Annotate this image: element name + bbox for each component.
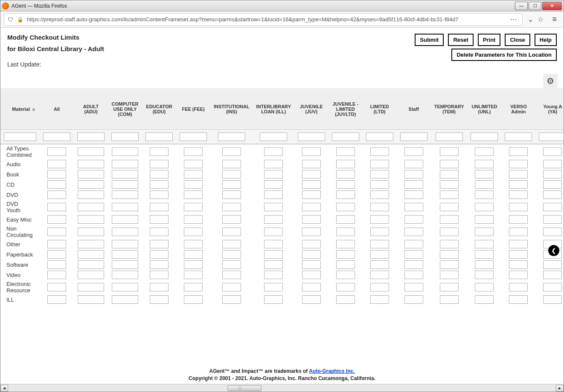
- limit-input[interactable]: [509, 203, 528, 211]
- limit-input[interactable]: [509, 160, 528, 168]
- filter-input[interactable]: [298, 133, 325, 141]
- limit-input[interactable]: [302, 271, 321, 279]
- filter-input[interactable]: [366, 133, 393, 141]
- limit-input[interactable]: [475, 250, 494, 259]
- limit-input[interactable]: [150, 240, 169, 248]
- limit-input[interactable]: [302, 160, 321, 168]
- limit-input[interactable]: [543, 160, 562, 168]
- limit-input[interactable]: [184, 170, 203, 179]
- limit-input[interactable]: [184, 147, 203, 156]
- limit-input[interactable]: [112, 240, 138, 248]
- limit-input[interactable]: [78, 250, 104, 259]
- help-button[interactable]: Help: [535, 34, 557, 46]
- limit-input[interactable]: [47, 240, 66, 248]
- limit-input[interactable]: [112, 283, 138, 291]
- window-maximize-button[interactable]: ☐: [529, 2, 541, 10]
- limit-input[interactable]: [264, 295, 283, 304]
- limit-input[interactable]: [222, 250, 241, 259]
- limit-input[interactable]: [302, 295, 321, 304]
- bookmark-star-icon[interactable]: ☆: [536, 14, 545, 25]
- limit-input[interactable]: [302, 170, 321, 179]
- limit-input[interactable]: [47, 250, 66, 259]
- limit-input[interactable]: [184, 190, 203, 199]
- limit-input[interactable]: [222, 271, 241, 279]
- print-button[interactable]: Print: [478, 34, 501, 46]
- limit-input[interactable]: [78, 283, 104, 291]
- limit-input[interactable]: [543, 283, 562, 291]
- limit-input[interactable]: [47, 170, 66, 179]
- limit-input[interactable]: [336, 170, 355, 179]
- col-header[interactable]: JUVENILE (JUV): [294, 89, 329, 130]
- limit-input[interactable]: [222, 180, 241, 189]
- limit-input[interactable]: [404, 295, 423, 304]
- limit-input[interactable]: [475, 180, 494, 189]
- tracking-shield-icon[interactable]: 🛡: [8, 16, 14, 23]
- limit-input[interactable]: [543, 147, 562, 156]
- limit-input[interactable]: [78, 190, 104, 199]
- limit-input[interactable]: [264, 228, 283, 236]
- limit-input[interactable]: [440, 295, 459, 304]
- limit-input[interactable]: [78, 240, 104, 248]
- limit-input[interactable]: [222, 215, 241, 224]
- limit-input[interactable]: [543, 203, 562, 211]
- limit-input[interactable]: [543, 228, 562, 236]
- limit-input[interactable]: [509, 271, 528, 279]
- limit-input[interactable]: [302, 250, 321, 259]
- limit-input[interactable]: [264, 250, 283, 259]
- limit-input[interactable]: [543, 260, 562, 269]
- col-header[interactable]: TEMPORARY (TEM): [431, 89, 468, 130]
- limit-input[interactable]: [370, 215, 389, 224]
- col-header[interactable]: INSTITUTIONAL (INS): [210, 89, 253, 130]
- filter-input[interactable]: [436, 133, 463, 141]
- limit-input[interactable]: [150, 160, 169, 168]
- limit-input[interactable]: [440, 215, 459, 224]
- limit-input[interactable]: [336, 180, 355, 189]
- limit-input[interactable]: [404, 170, 423, 179]
- limit-input[interactable]: [184, 271, 203, 279]
- limit-input[interactable]: [222, 295, 241, 304]
- limit-input[interactable]: [370, 160, 389, 168]
- limit-input[interactable]: [184, 283, 203, 291]
- limit-input[interactable]: [302, 228, 321, 236]
- limit-input[interactable]: [184, 180, 203, 189]
- limit-input[interactable]: [509, 147, 528, 156]
- limit-input[interactable]: [370, 240, 389, 248]
- col-header[interactable]: All: [40, 89, 74, 130]
- scrollbar-right-arrow[interactable]: ►: [556, 385, 564, 392]
- limit-input[interactable]: [222, 228, 241, 236]
- limit-input[interactable]: [222, 170, 241, 179]
- limit-input[interactable]: [112, 180, 138, 189]
- limit-input[interactable]: [302, 260, 321, 269]
- limit-input[interactable]: [336, 160, 355, 168]
- url-field[interactable]: 🛡 🔒 https://preprod-staff.auto-graphics.…: [4, 13, 523, 26]
- limit-input[interactable]: [475, 170, 494, 179]
- limit-input[interactable]: [302, 180, 321, 189]
- limit-input[interactable]: [509, 260, 528, 269]
- filter-input[interactable]: [218, 133, 245, 141]
- limit-input[interactable]: [302, 147, 321, 156]
- limit-input[interactable]: [150, 283, 169, 291]
- limit-input[interactable]: [47, 160, 66, 168]
- limit-input[interactable]: [336, 283, 355, 291]
- filter-input[interactable]: [260, 133, 287, 141]
- filter-input[interactable]: [4, 133, 36, 141]
- limit-input[interactable]: [543, 170, 562, 179]
- limit-input[interactable]: [264, 240, 283, 248]
- limit-input[interactable]: [543, 180, 562, 189]
- delete-params-button[interactable]: Delete Parameters for This Location: [451, 49, 557, 61]
- limit-input[interactable]: [112, 160, 138, 168]
- submit-button[interactable]: Submit: [415, 34, 444, 46]
- limit-input[interactable]: [222, 147, 241, 156]
- limit-input[interactable]: [440, 240, 459, 248]
- col-header[interactable]: Material ◆: [0, 89, 40, 130]
- limit-input[interactable]: [370, 170, 389, 179]
- limit-input[interactable]: [404, 180, 423, 189]
- limit-input[interactable]: [112, 250, 138, 259]
- limit-input[interactable]: [543, 295, 562, 304]
- limit-input[interactable]: [264, 203, 283, 211]
- limit-input[interactable]: [475, 190, 494, 199]
- limit-input[interactable]: [404, 215, 423, 224]
- limit-input[interactable]: [184, 203, 203, 211]
- scrollbar-left-arrow[interactable]: ◄: [0, 385, 8, 392]
- limit-input[interactable]: [222, 283, 241, 291]
